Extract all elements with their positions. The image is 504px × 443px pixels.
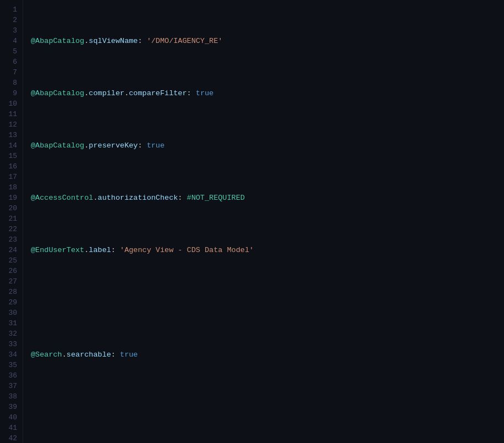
ln-3: 3: [7, 25, 17, 36]
ln-18: 18: [7, 182, 17, 193]
code-editor: 1 2 3 4 5 6 7 8 9 10 11 12 13 14 15 16 1…: [0, 0, 504, 443]
ln-40: 40: [7, 412, 17, 423]
ln-36: 36: [7, 370, 17, 381]
ln-23: 23: [7, 234, 17, 245]
ln-27: 27: [7, 276, 17, 287]
ln-14: 14: [7, 140, 17, 151]
ln-5: 5: [7, 46, 17, 57]
code-line-3: @AbapCatalog.preserveKey: true: [31, 140, 504, 151]
code-content[interactable]: @AbapCatalog.sqlViewName: '/DMO/IAGENCY_…: [23, 0, 504, 443]
ln-22: 22: [7, 224, 17, 234]
code-line-4: @AccessControl.authorizationCheck: #NOT_…: [31, 193, 504, 203]
ln-33: 33: [7, 339, 17, 349]
ln-2: 2: [7, 15, 17, 25]
code-line-6: [31, 297, 504, 308]
ln-1: 1: [7, 4, 17, 15]
ln-12: 12: [7, 119, 17, 130]
ln-42: 42: [7, 433, 17, 443]
ln-31: 31: [7, 318, 17, 329]
ln-7: 7: [7, 67, 17, 78]
ln-41: 41: [7, 423, 17, 433]
ln-21: 21: [7, 214, 17, 224]
ln-26: 26: [7, 266, 17, 276]
ln-34: 34: [7, 349, 17, 360]
ln-11: 11: [7, 109, 17, 119]
ln-29: 29: [7, 297, 17, 308]
ln-9: 9: [7, 88, 17, 99]
code-line-7: @Search.searchable: true: [31, 349, 504, 360]
code-line-8: [31, 402, 504, 412]
ln-17: 17: [7, 172, 17, 182]
ln-24: 24: [7, 245, 17, 255]
ln-20: 20: [7, 203, 17, 214]
ln-15: 15: [7, 151, 17, 161]
ln-16: 16: [7, 161, 17, 172]
ln-6: 6: [7, 57, 17, 67]
ln-25: 25: [7, 255, 17, 266]
ln-4: 4: [7, 36, 17, 46]
ln-37: 37: [7, 381, 17, 391]
ln-8: 8: [7, 78, 17, 88]
ln-19: 19: [7, 193, 17, 203]
line-numbers: 1 2 3 4 5 6 7 8 9 10 11 12 13 14 15 16 1…: [0, 0, 23, 443]
ln-35: 35: [7, 360, 17, 370]
ln-10: 10: [7, 99, 17, 109]
ln-13: 13: [7, 130, 17, 140]
ln-28: 28: [7, 287, 17, 297]
code-line-1: @AbapCatalog.sqlViewName: '/DMO/IAGENCY_…: [31, 36, 504, 46]
ln-39: 39: [7, 402, 17, 412]
ln-30: 30: [7, 308, 17, 318]
ln-38: 38: [7, 391, 17, 402]
code-line-5: @EndUserText.label: 'Agency View - CDS D…: [31, 245, 504, 255]
code-line-2: @AbapCatalog.compiler.compareFilter: tru…: [31, 88, 504, 99]
ln-32: 32: [7, 329, 17, 339]
